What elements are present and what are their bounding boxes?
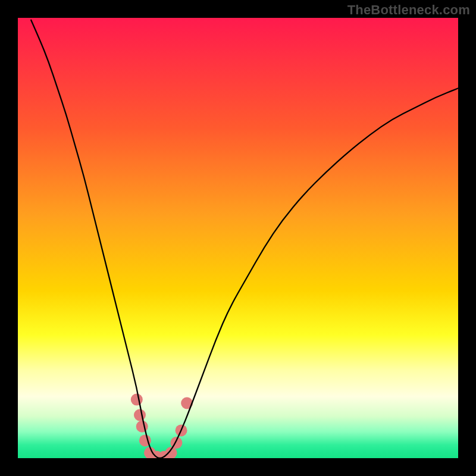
data-marker — [134, 409, 146, 421]
gradient-background — [18, 18, 458, 458]
data-marker — [131, 394, 143, 406]
watermark-label: TheBottleneck.com — [347, 2, 470, 18]
data-marker — [136, 421, 148, 433]
bottleneck-chart — [18, 18, 458, 458]
plot-area — [18, 18, 458, 458]
chart-frame: TheBottleneck.com — [0, 0, 476, 476]
